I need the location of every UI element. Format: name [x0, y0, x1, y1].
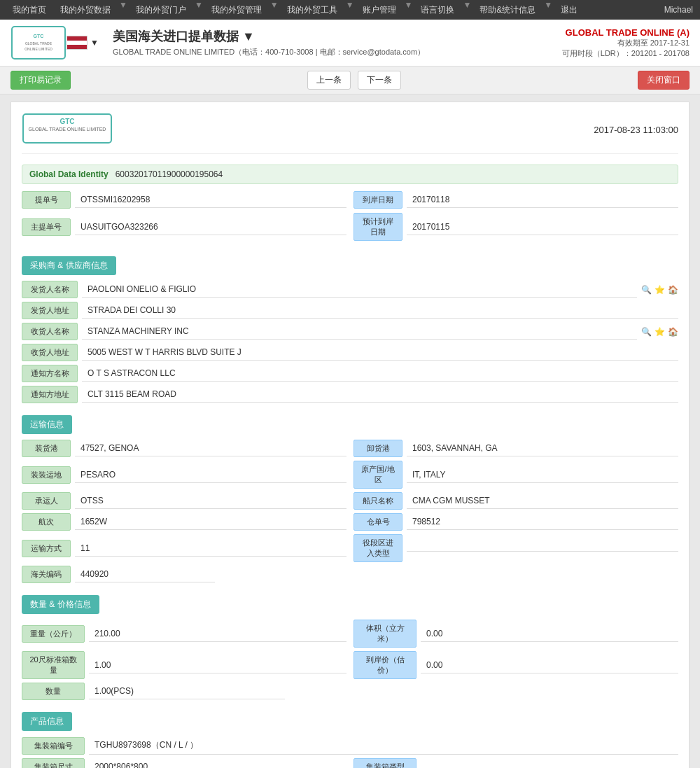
- transport-section-header: 运输信息: [22, 415, 72, 434]
- nav-help[interactable]: 帮助&统计信息: [474, 0, 541, 20]
- origin-country-value: IT, ITALY: [407, 467, 678, 483]
- load-place-label: 装装运地: [22, 466, 71, 484]
- weight-volume-row: 重量（公斤） 210.00 体积（立方米） 0.00: [22, 620, 678, 648]
- master-bill-label: 主提单号: [22, 218, 71, 236]
- nav-tools[interactable]: 我的外贸工具: [281, 0, 343, 20]
- toolbar-left-buttons: 打印易记录: [10, 71, 71, 90]
- toolbar-nav-buttons: 上一条 下一条: [307, 71, 401, 90]
- nav-items-left: 我的首页 我的外贸数据 ▼ 我的外贸门户 ▼ 我的外贸管理 ▼ 我的外贸工具 ▼…: [7, 0, 583, 20]
- landing-price-label: 到岸价（估价）: [354, 651, 416, 679]
- consignee-name-label: 收货人名称: [22, 323, 78, 340]
- customs-code-value: 440920: [75, 566, 215, 582]
- consignee-address-row: 收货人地址 5005 WEST W T HARRIS BLVD SUITE J: [22, 344, 678, 361]
- consignee-name-row: 收货人名称 STANZA MACHINERY INC 🔍 ⭐ 🏠: [22, 323, 678, 340]
- voyage-label: 航次: [22, 513, 71, 531]
- containers-price-row: 20尺标准箱数量 1.00 到岸价（估价） 0.00: [22, 651, 678, 679]
- estimated-arrival-label: 预计到岸日期: [354, 213, 402, 241]
- consignee-home-icon[interactable]: 🏠: [668, 327, 678, 337]
- discharge-port-label: 卸货港: [354, 440, 402, 457]
- unload-zone-label: 役段区进入类型: [354, 534, 402, 562]
- bill-count-container: 仓单号 798512: [354, 513, 678, 531]
- load-port-container: 装货港 47527, GENOA: [22, 440, 346, 457]
- doc-header: GTC GLOBAL TRADE ONLINE LIMITED 2017-08-…: [22, 113, 678, 154]
- product-section-header: 产品信息: [22, 712, 72, 731]
- shipper-name-label: 发货人名称: [22, 281, 78, 298]
- shipper-address-row: 发货人地址 STRADA DEI COLLI 30: [22, 302, 678, 319]
- shipper-address-value: STRADA DEI COLLI 30: [82, 302, 678, 319]
- toolbar-right: 关闭窗口: [638, 71, 690, 90]
- prev-button[interactable]: 上一条: [307, 71, 351, 90]
- quantity-row: 数量 1.00(PCS): [22, 683, 678, 700]
- nav-account[interactable]: 账户管理: [357, 0, 402, 20]
- bill-no-label: 提单号: [22, 191, 71, 209]
- next-button[interactable]: 下一条: [358, 71, 401, 90]
- supplier-section: 采购商 & 供应商信息 发货人名称 PAOLONI ONELIO & FIGLI…: [22, 248, 678, 403]
- unload-zone-container: 役段区进入类型: [354, 534, 678, 562]
- expiry-date: 有效期至 2017-12-31: [562, 38, 690, 48]
- header-center: 美国海关进口提单数据 ▼ GLOBAL TRADE ONLINE LIMITED…: [99, 28, 562, 57]
- flag-selector[interactable]: ▼: [66, 36, 99, 50]
- landing-price-value: 0.00: [421, 657, 678, 673]
- bill-count-value: 798512: [407, 514, 678, 530]
- transport-mode-label: 运输方式: [22, 540, 71, 557]
- transport-mode-container: 运输方式 11: [22, 534, 346, 562]
- logo-svg: GTC GLOBAL TRADE ONLINE LIMITED: [10, 25, 66, 60]
- weight-value: 210.00: [89, 626, 346, 642]
- vessel-name-container: 船只名称 CMA CGM MUSSET: [354, 492, 678, 510]
- title-text: 美国海关进口提单数据: [113, 28, 239, 45]
- transport-mode-value: 11: [75, 540, 346, 557]
- usage-time: 可用时段（LDR）：201201 - 201708: [562, 48, 690, 59]
- container-no-label: 集装箱编号: [22, 737, 85, 755]
- top-toolbar: 打印易记录 上一条 下一条 关闭窗口: [0, 67, 700, 95]
- container-size-type-row: 集装箱尺寸 2000*806*800 集装箱类型: [22, 758, 678, 768]
- container-size-value: 2000*806*800: [89, 759, 346, 768]
- containers20-value: 1.00: [89, 657, 346, 673]
- quantity-label: 数量: [22, 683, 85, 700]
- container-no-value: TGHU8973698（CN / L / ）: [89, 736, 678, 755]
- shipper-icons: 🔍 ⭐ 🏠: [641, 285, 678, 295]
- consignee-address-label: 收货人地址: [22, 344, 78, 361]
- bill-count-label: 仓单号: [354, 513, 402, 531]
- consignee-search-icon[interactable]: 🔍: [641, 327, 652, 337]
- customs-code-row: 海关编码 440920: [22, 566, 678, 583]
- main-content: GTC GLOBAL TRADE ONLINE LIMITED 2017-08-…: [0, 95, 700, 768]
- notify-address-row: 通知方地址 CLT 3115 BEAM ROAD: [22, 386, 678, 403]
- gdi-value: 60032017011900000195064: [115, 169, 223, 179]
- nav-language[interactable]: 语言切换: [415, 0, 460, 20]
- doc-logo-svg: GTC GLOBAL TRADE ONLINE LIMITED: [22, 113, 113, 144]
- container-type-container: 集装箱类型: [354, 758, 678, 768]
- svg-text:ONLINE LIMITED: ONLINE LIMITED: [24, 47, 52, 51]
- shipper-star-icon[interactable]: ⭐: [654, 285, 665, 295]
- page-header: GTC GLOBAL TRADE ONLINE LIMITED ▼ 美国海关进口…: [0, 20, 700, 67]
- origin-country-label: 原产国/地区: [354, 461, 402, 489]
- volume-value: 0.00: [421, 626, 678, 642]
- nav-logout[interactable]: 退出: [555, 0, 583, 20]
- nav-management[interactable]: 我的外贸管理: [206, 0, 267, 20]
- us-flag: [66, 36, 88, 50]
- master-bill-est-row: 主提单号 UASUITGOA323266 预计到岸日期 20170115: [22, 213, 678, 241]
- voyage-value: 1652W: [75, 514, 346, 530]
- document-container: GTC GLOBAL TRADE ONLINE LIMITED 2017-08-…: [10, 102, 690, 768]
- shipper-home-icon[interactable]: 🏠: [668, 285, 678, 295]
- volume-label: 体积（立方米）: [354, 620, 416, 648]
- gdi-label: Global Data Identity: [29, 169, 108, 179]
- nav-portal[interactable]: 我的外贸门户: [130, 0, 192, 20]
- consignee-star-icon[interactable]: ⭐: [654, 327, 665, 337]
- close-button[interactable]: 关闭窗口: [638, 71, 690, 90]
- notify-name-value: O T S ASTRACON LLC: [82, 365, 678, 382]
- product-section: 产品信息 集装箱编号 TGHU8973698（CN / L / ） 集装箱尺寸 …: [22, 704, 678, 768]
- supplier-section-header: 采购商 & 供应商信息: [22, 256, 116, 275]
- volume-container: 体积（立方米） 0.00: [354, 620, 678, 648]
- header-right-info: GLOBAL TRADE ONLINE (A) 有效期至 2017-12-31 …: [562, 27, 690, 59]
- print-button[interactable]: 打印易记录: [10, 71, 71, 90]
- shipper-name-value: PAOLONI ONELIO & FIGLIO: [82, 281, 637, 298]
- estimated-arrival-container: 预计到岸日期 20170115: [354, 213, 678, 241]
- nav-trade-data[interactable]: 我的外贸数据: [55, 0, 116, 20]
- page-title: 美国海关进口提单数据 ▼: [113, 28, 548, 45]
- shipper-search-icon[interactable]: 🔍: [641, 285, 652, 295]
- quantity-value: 1.00(PCS): [89, 683, 285, 699]
- bill-arrival-row: 提单号 OTSSMI16202958 到岸日期 20170118: [22, 191, 678, 209]
- nav-home[interactable]: 我的首页: [7, 0, 52, 20]
- transport-section: 运输信息 装货港 47527, GENOA 卸货港 1603, SAVANNAH…: [22, 407, 678, 583]
- header-subtitle: GLOBAL TRADE ONLINE LIMITED（电话：400-710-3…: [113, 47, 548, 57]
